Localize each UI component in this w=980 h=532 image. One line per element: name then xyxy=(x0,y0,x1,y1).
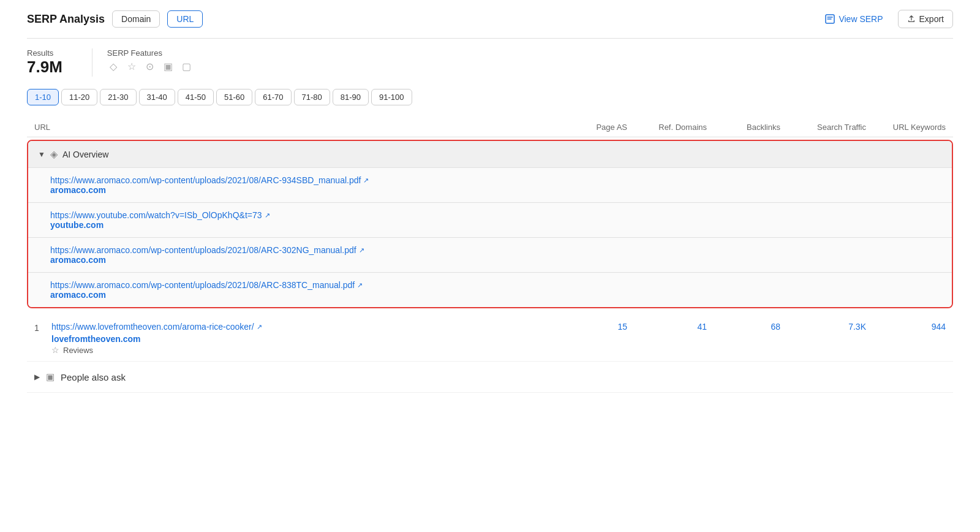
result-url-row-1: 1 https://www.lovefromtheoven.com/aroma-… xyxy=(34,322,554,333)
ai-overview-section: ▼ ◈ AI Overview https://www.aromaco.com/… xyxy=(27,140,953,308)
page-btn-41-50[interactable]: 41-50 xyxy=(178,89,214,105)
page-btn-81-90[interactable]: 81-90 xyxy=(333,89,369,105)
view-serp-button[interactable]: View SERP xyxy=(816,10,891,28)
export-icon xyxy=(907,15,916,23)
page-title: SERP Analysis xyxy=(27,13,105,26)
result-backlinks-1: 68 xyxy=(707,322,780,332)
ai-url-link-2[interactable]: https://www.aromaco.com/wp-content/uploa… xyxy=(50,245,930,255)
ai-url-domain-2: aromaco.com xyxy=(50,255,930,265)
ai-url-row-0: https://www.aromaco.com/wp-content/uploa… xyxy=(28,167,952,202)
tab-url[interactable]: URL xyxy=(167,10,203,28)
people-also-ask-row[interactable]: ▶ ▣ People also ask xyxy=(27,362,953,393)
serp-icon-square-filled: ▣ xyxy=(162,60,175,72)
ext-link-icon-0: ↗ xyxy=(363,177,369,184)
ext-link-icon-1: ↗ xyxy=(265,211,270,219)
serp-features-label: SERP Features xyxy=(107,48,193,58)
ai-overview-chevron-icon: ▼ xyxy=(38,150,45,159)
results-block: Results 7.9M xyxy=(27,48,77,77)
col-url: URL xyxy=(34,123,554,132)
result-url-link-1[interactable]: https://www.lovefromtheoven.com/aroma-ri… xyxy=(51,322,262,332)
paa-label: People also ask xyxy=(61,372,126,382)
result-url-cell-1: 1 https://www.lovefromtheoven.com/aroma-… xyxy=(34,322,554,355)
page-btn-1-10[interactable]: 1-10 xyxy=(27,89,59,105)
tab-domain[interactable]: Domain xyxy=(112,10,160,28)
page-btn-11-20[interactable]: 11-20 xyxy=(61,89,97,105)
ai-diamond-icon: ◈ xyxy=(50,148,58,160)
result-feature-1: ☆ Reviews xyxy=(34,345,554,355)
ai-overview-header[interactable]: ▼ ◈ AI Overview xyxy=(28,141,952,167)
col-search-traffic: Search Traffic xyxy=(780,123,866,132)
view-serp-icon xyxy=(825,14,835,24)
page-btn-71-80[interactable]: 71-80 xyxy=(294,89,330,105)
results-label: Results xyxy=(27,48,62,58)
col-url-keywords: URL Keywords xyxy=(866,123,946,132)
result-ref-domains-1: 41 xyxy=(627,322,707,332)
page-btn-61-70[interactable]: 61-70 xyxy=(255,89,291,105)
result-ext-link-icon-1: ↗ xyxy=(257,323,262,331)
table-header: URL Page AS Ref. Domains Backlinks Searc… xyxy=(27,118,953,137)
ai-url-row-3: https://www.aromaco.com/wp-content/uploa… xyxy=(28,272,952,307)
serp-features-icons: ◇ ☆ ⊙ ▣ ▢ xyxy=(107,60,193,72)
header: SERP Analysis Domain URL View SERP Expor… xyxy=(27,10,953,39)
export-button[interactable]: Export xyxy=(898,10,953,28)
result-rank-1: 1 xyxy=(34,322,47,333)
serp-icon-circle: ⊙ xyxy=(144,60,156,72)
ai-url-domain-1: youtube.com xyxy=(50,220,930,230)
result-domain-1: lovefromtheoven.com xyxy=(34,334,554,344)
result-search-traffic-1: 7.3K xyxy=(780,322,866,332)
ai-url-link-0[interactable]: https://www.aromaco.com/wp-content/uploa… xyxy=(50,175,930,185)
header-left: SERP Analysis Domain URL xyxy=(27,10,203,28)
ai-url-domain-0: aromaco.com xyxy=(50,185,930,195)
serp-icon-star: ☆ xyxy=(126,60,138,72)
col-ref-domains: Ref. Domains xyxy=(627,123,707,132)
ai-url-row-1: https://www.youtube.com/watch?v=ISb_OlOp… xyxy=(28,202,952,237)
page-btn-21-30[interactable]: 21-30 xyxy=(100,89,136,105)
result-page-as-1: 15 xyxy=(554,322,627,332)
page-btn-31-40[interactable]: 31-40 xyxy=(139,89,175,105)
star-icon-1: ☆ xyxy=(51,345,59,355)
result-url-keywords-1: 944 xyxy=(866,322,946,332)
serp-features-block: SERP Features ◇ ☆ ⊙ ▣ ▢ xyxy=(107,48,193,72)
page-btn-91-100[interactable]: 91-100 xyxy=(371,89,412,105)
stats-row: Results 7.9M SERP Features ◇ ☆ ⊙ ▣ ▢ xyxy=(27,48,953,77)
ai-url-link-1[interactable]: https://www.youtube.com/watch?v=ISb_OlOp… xyxy=(50,210,930,220)
result-row-1: 1 https://www.lovefromtheoven.com/aroma-… xyxy=(27,316,953,362)
ai-url-link-3[interactable]: https://www.aromaco.com/wp-content/uploa… xyxy=(50,280,930,290)
serp-icon-diamond: ◇ xyxy=(107,60,119,72)
ai-url-domain-3: aromaco.com xyxy=(50,290,930,300)
ai-overview-title: AI Overview xyxy=(62,150,108,159)
chevron-right-icon: ▶ xyxy=(34,373,40,381)
serp-icon-square: ▢ xyxy=(181,60,193,72)
page-btn-51-60[interactable]: 51-60 xyxy=(216,89,252,105)
col-page-as: Page AS xyxy=(554,123,627,132)
pagination: 1-10 11-20 21-30 31-40 41-50 51-60 61-70… xyxy=(27,89,953,105)
ext-link-icon-3: ↗ xyxy=(357,281,363,289)
stats-divider xyxy=(92,48,92,77)
ext-link-icon-2: ↗ xyxy=(359,246,364,254)
ai-url-row-2: https://www.aromaco.com/wp-content/uploa… xyxy=(28,237,952,272)
col-backlinks: Backlinks xyxy=(707,123,780,132)
results-value: 7.9M xyxy=(27,58,62,77)
header-right: View SERP Export xyxy=(816,10,953,28)
paa-icon: ▣ xyxy=(46,371,55,382)
